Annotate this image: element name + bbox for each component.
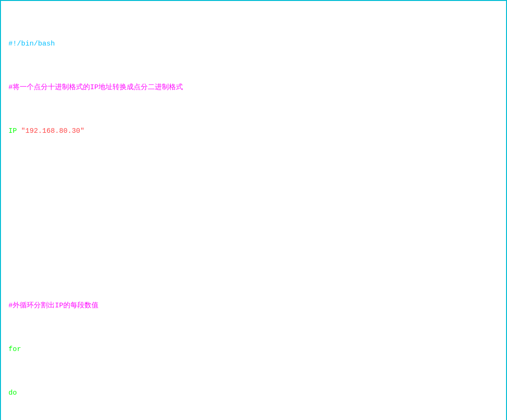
- eq1: =: [17, 127, 21, 135]
- line-ip-assign: IP="192.168.80.30": [8, 126, 499, 137]
- line-shebang: #!/bin/bash: [8, 38, 499, 49]
- ip-var: IP: [8, 127, 17, 135]
- n-assign-text: n=0: [8, 214, 21, 222]
- do1-keyword: do: [8, 389, 17, 397]
- comment2-text: #外循环分割出IP的每段数值: [8, 302, 98, 310]
- shebang-text: #!/bin/bash: [8, 40, 55, 48]
- line-comment1: #将一个点分十进制格式的IP地址转换成点分二进制格式: [8, 82, 499, 93]
- code-content: #!/bin/bash #将一个点分十进制格式的IP地址转换成点分二进制格式 I…: [8, 6, 499, 420]
- line-for1: for ((i=1; i<=4; i++)): [8, 344, 499, 355]
- line-do1: do: [8, 388, 499, 398]
- comment1-text: #将一个点分十进制格式的IP地址转换成点分二进制格式: [8, 84, 183, 92]
- line-comment2: #外循环分割出IP的每段数值: [8, 300, 499, 311]
- line-blank2: [8, 257, 499, 267]
- for1-keyword: for: [8, 345, 21, 353]
- for1-space: ((i=1; i<=4; i++)): [21, 345, 101, 353]
- code-editor: #!/bin/bash #将一个点分十进制格式的IP地址转换成点分二进制格式 I…: [0, 0, 507, 420]
- line-blank1: [8, 169, 499, 180]
- line-n-assign: n=0: [8, 213, 499, 224]
- ip-value: "192.168.80.30": [21, 127, 84, 135]
